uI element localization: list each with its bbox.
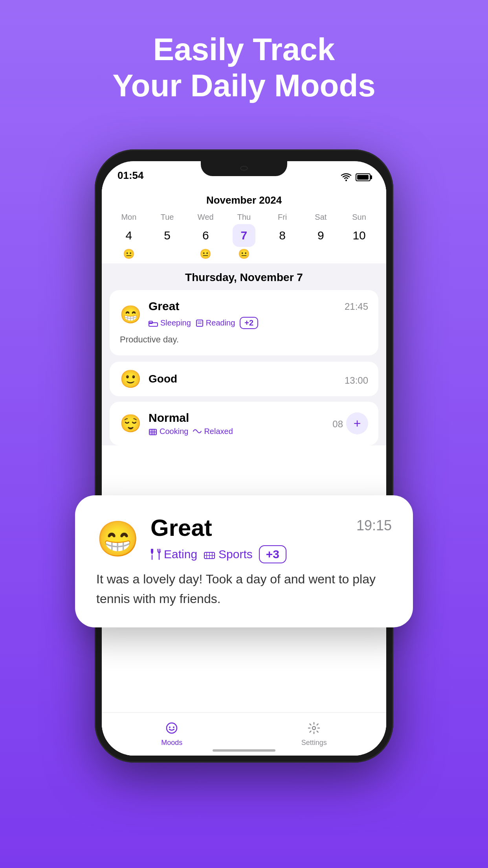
app-content: November 2024 Mon 4 😐 Tue 5 [102, 185, 386, 756]
floating-tag-sports: Sports [204, 548, 253, 561]
svg-point-14 [173, 726, 174, 728]
calendar-section: November 2024 Mon 4 😐 Tue 5 [102, 185, 386, 263]
calendar-day-wed[interactable]: Wed 6 😐 [188, 213, 223, 260]
hero-title: Easily Track Your Daily Moods [0, 31, 488, 104]
add-mood-button[interactable]: + [346, 412, 368, 434]
day-number-fri: 8 [271, 224, 294, 247]
day-emoji-mon: 😐 [123, 248, 135, 260]
mood-name-great: Great [149, 300, 258, 313]
calendar-day-thu[interactable]: Thu 7 😐 [226, 213, 262, 260]
moods-tab-icon [165, 722, 178, 737]
calendar-day-fri[interactable]: Fri 8 [265, 213, 300, 260]
day-label-sun: Sun [352, 213, 366, 222]
day-label-wed: Wed [198, 213, 214, 222]
tag-sleeping: Sleeping [149, 318, 191, 327]
calendar-week: Mon 4 😐 Tue 5 Wed 6 😐 [102, 213, 386, 263]
floating-tag-more: +3 [259, 545, 286, 563]
day-number-sun: 10 [348, 224, 371, 247]
sports-icon [204, 548, 215, 560]
floating-mood-card[interactable]: 😁 Great Eating [75, 495, 413, 627]
mood-card-normal[interactable]: 😌 Normal [110, 402, 378, 445]
floating-mood-name: Great [150, 514, 286, 541]
day-number-thu: 7 [233, 224, 255, 247]
mood-card-great-2145[interactable]: 😁 Great Sleeping [110, 290, 378, 355]
floating-mood-emoji: 😁 [96, 522, 139, 556]
mood-emoji-great: 😁 [120, 306, 141, 323]
mood-list: 😁 Great Sleeping [102, 290, 386, 445]
mood-tags-great: Sleeping Reading [149, 317, 258, 329]
mood-time-normal: 08 [332, 419, 343, 430]
svg-point-13 [169, 726, 171, 728]
day-label-thu: Thu [237, 213, 251, 222]
floating-mood-time: 19:15 [356, 517, 392, 534]
mood-name-normal: Normal [149, 411, 233, 425]
tag-cooking: Cooking [149, 427, 188, 436]
tab-settings-label: Settings [301, 739, 327, 747]
floating-mood-note: It was a lovely day! Took a day of and w… [96, 570, 392, 609]
status-icons [341, 173, 371, 182]
mood-card-good[interactable]: 🙂 Good 13:00 [110, 362, 378, 396]
mood-emoji-normal: 😌 [120, 415, 141, 432]
svg-point-12 [167, 723, 177, 733]
day-label-fri: Fri [278, 213, 287, 222]
mood-name-good: Good [149, 373, 177, 385]
mood-note-great: Productive day. [120, 334, 368, 346]
tag-reading: Reading [196, 318, 235, 327]
mood-emoji-good: 🙂 [120, 370, 141, 388]
svg-point-0 [345, 180, 347, 181]
calendar-day-sun[interactable]: Sun 10 [341, 213, 377, 260]
tab-moods-label: Moods [161, 739, 182, 747]
day-number-tue: 5 [156, 224, 179, 247]
tag-more-great: +2 [240, 317, 258, 329]
phone-frame: 01:54 November 2024 [95, 149, 393, 763]
battery-icon [356, 173, 371, 181]
day-number-sat: 9 [309, 224, 332, 247]
status-time: 01:54 [117, 169, 144, 182]
calendar-month: November 2024 [102, 185, 386, 213]
tag-relaxed: Relaxed [193, 427, 233, 436]
floating-tag-eating: Eating [150, 548, 197, 561]
home-indicator [213, 749, 275, 752]
hero-line2: Your Daily Moods [112, 68, 376, 103]
cooking-icon [149, 427, 157, 436]
mood-time-good: 13:00 [345, 375, 368, 386]
day-label-sat: Sat [315, 213, 327, 222]
wifi-icon [341, 173, 352, 182]
day-emoji-wed: 😐 [200, 248, 211, 260]
day-label-tue: Tue [161, 213, 174, 222]
day-label-mon: Mon [121, 213, 136, 222]
mood-tags-normal: Cooking Relaxed [149, 427, 233, 436]
calendar-day-sat[interactable]: Sat 9 [303, 213, 338, 260]
sleeping-icon [149, 320, 158, 327]
svg-rect-3 [196, 320, 203, 326]
calendar-day-mon[interactable]: Mon 4 😐 [111, 213, 147, 260]
day-emoji-thu: 😐 [238, 248, 250, 260]
selected-day-title: Thursday, November 7 [102, 263, 386, 290]
relaxed-icon [193, 428, 202, 434]
day-number-mon: 4 [117, 224, 140, 247]
svg-point-15 [312, 726, 316, 730]
phone-screen: 01:54 November 2024 [102, 161, 386, 756]
tab-settings[interactable]: Settings [301, 722, 327, 747]
notch [201, 161, 287, 176]
day-number-wed: 6 [194, 224, 217, 247]
calendar-day-tue[interactable]: Tue 5 [150, 213, 185, 260]
settings-tab-icon [308, 722, 320, 737]
eating-icon [150, 548, 161, 560]
mood-time-great-2145: 21:45 [345, 301, 368, 312]
reading-icon [196, 319, 204, 327]
tab-moods[interactable]: Moods [161, 722, 182, 747]
hero-line1: Easily Track [153, 32, 335, 67]
